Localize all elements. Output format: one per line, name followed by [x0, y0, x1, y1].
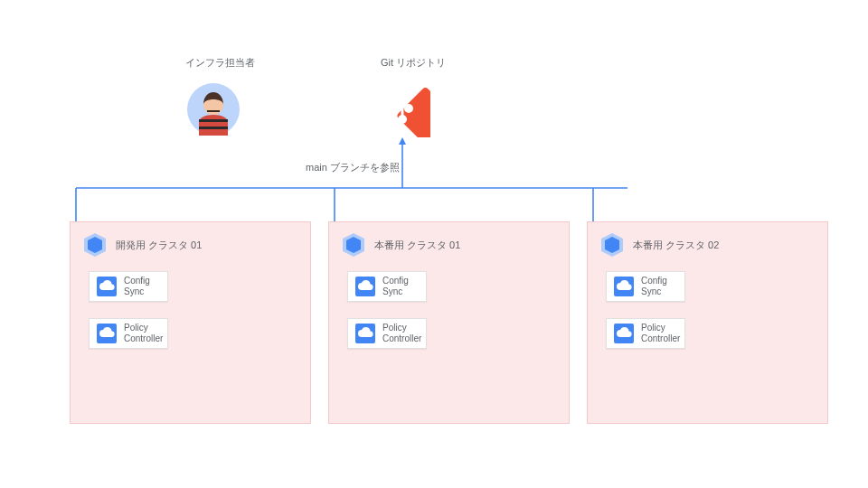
policy-controller-label-2: Policy Controller [641, 323, 680, 344]
git-repo-label: Git リポジトリ [381, 56, 446, 70]
infra-person-label: インフラ担当者 [185, 56, 255, 70]
policy-controller-label-1: Policy Controller [382, 323, 421, 344]
gke-icon-0 [81, 231, 108, 258]
config-sync-label-2: Config Sync [641, 276, 667, 297]
gke-icon-2 [599, 231, 626, 258]
policy-controller-label-0: Policy Controller [124, 323, 163, 344]
cloud-icon [355, 277, 375, 296]
person-avatar-icon [187, 83, 240, 136]
config-sync-box-1: Config Sync [347, 271, 427, 302]
infra-person-avatar [187, 83, 240, 136]
cloud-icon [614, 277, 634, 296]
git-repo-icon [374, 81, 430, 137]
svg-rect-4 [199, 127, 228, 129]
config-sync-label-0: Config Sync [124, 276, 150, 297]
svg-point-8 [400, 99, 406, 105]
cloud-icon [614, 324, 634, 343]
policy-controller-box-0: Policy Controller [89, 318, 168, 349]
svg-rect-2 [207, 110, 220, 112]
svg-rect-3 [199, 119, 228, 122]
gke-icon-1 [340, 231, 367, 258]
config-sync-label-1: Config Sync [382, 276, 409, 297]
config-sync-box-2: Config Sync [606, 271, 685, 302]
cluster-title-0: 開発用 クラスタ 01 [116, 239, 202, 252]
policy-controller-box-2: Policy Controller [606, 318, 685, 349]
git-icon [374, 81, 430, 137]
cloud-icon [355, 324, 375, 343]
policy-controller-box-1: Policy Controller [347, 318, 427, 349]
config-sync-box-0: Config Sync [89, 271, 168, 302]
cluster-title-1: 本番用 クラスタ 01 [374, 239, 460, 252]
svg-marker-12 [399, 137, 406, 145]
cloud-icon [97, 277, 117, 296]
svg-point-10 [400, 117, 406, 123]
cluster-title-2: 本番用 クラスタ 02 [633, 239, 719, 252]
branch-reference-text: main ブランチを参照 [306, 161, 400, 174]
cloud-icon [97, 324, 117, 343]
svg-point-9 [406, 106, 412, 112]
